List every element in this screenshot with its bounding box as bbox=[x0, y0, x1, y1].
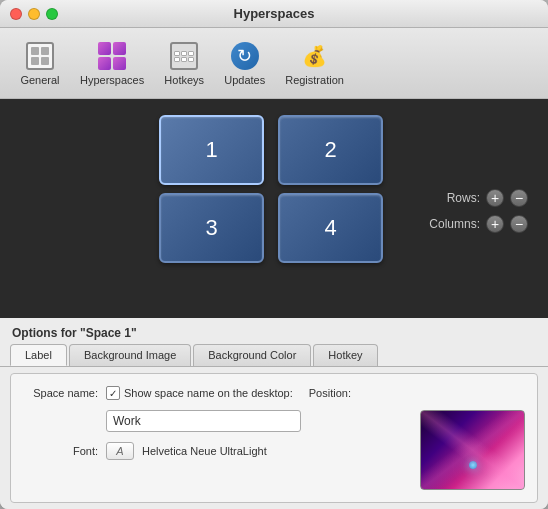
toolbar-item-general[interactable]: General bbox=[12, 36, 68, 90]
title-bar: Hyperspaces bbox=[0, 0, 548, 28]
show-name-checkbox-area: Show space name on the desktop: bbox=[106, 386, 293, 400]
toolbar-item-updates[interactable]: Updates bbox=[216, 36, 273, 90]
space-cell-2[interactable]: 2 bbox=[278, 115, 383, 185]
hotkeys-icon bbox=[168, 40, 200, 72]
hyperspaces-icon bbox=[96, 40, 128, 72]
columns-control: Columns: + − bbox=[420, 215, 528, 233]
hotkeys-label: Hotkeys bbox=[164, 74, 204, 86]
rows-decrement-button[interactable]: − bbox=[510, 189, 528, 207]
space-name-row: Space name: Show space name on the deskt… bbox=[23, 386, 525, 400]
rows-control: Rows: + − bbox=[420, 189, 528, 207]
hyperspaces-label: Hyperspaces bbox=[80, 74, 144, 86]
input-preview-row: Font: A Helvetica Neue UltraLight bbox=[23, 410, 525, 490]
toolbar-item-hotkeys[interactable]: Hotkeys bbox=[156, 36, 212, 90]
updates-icon bbox=[229, 40, 261, 72]
tabs-container: Label Background Image Background Color … bbox=[0, 344, 548, 367]
options-content: Space name: Show space name on the deskt… bbox=[10, 373, 538, 503]
name-input-row bbox=[23, 410, 408, 432]
toolbar-item-hyperspaces[interactable]: Hyperspaces bbox=[72, 36, 152, 90]
space-cell-3[interactable]: 3 bbox=[159, 193, 264, 263]
toolbar-item-registration[interactable]: Registration bbox=[277, 36, 352, 90]
columns-label: Columns: bbox=[420, 217, 480, 231]
registration-icon bbox=[299, 40, 331, 72]
rows-increment-button[interactable]: + bbox=[486, 189, 504, 207]
close-button[interactable] bbox=[10, 8, 22, 20]
general-label: General bbox=[20, 74, 59, 86]
main-content: 1 2 3 4 Rows: + − Columns: + − bbox=[0, 99, 548, 318]
toolbar: General Hyperspaces Hotkeys U bbox=[0, 28, 548, 99]
space-name-label: Space name: bbox=[23, 387, 98, 399]
position-label: Position: bbox=[309, 387, 351, 399]
font-row: Font: A Helvetica Neue UltraLight bbox=[23, 442, 408, 460]
grid-controls: Rows: + − Columns: + − bbox=[420, 189, 528, 233]
font-name: Helvetica Neue UltraLight bbox=[142, 445, 267, 457]
options-panel: Options for "Space 1" Label Background I… bbox=[0, 318, 548, 509]
maximize-button[interactable] bbox=[46, 8, 58, 20]
space-grid: 1 2 3 4 bbox=[159, 115, 389, 263]
tab-label[interactable]: Label bbox=[10, 344, 67, 366]
traffic-lights bbox=[10, 8, 58, 20]
rows-label: Rows: bbox=[420, 191, 480, 205]
columns-increment-button[interactable]: + bbox=[486, 215, 504, 233]
updates-label: Updates bbox=[224, 74, 265, 86]
show-name-label: Show space name on the desktop: bbox=[124, 387, 293, 399]
columns-decrement-button[interactable]: − bbox=[510, 215, 528, 233]
app-window: Hyperspaces General Hyperspaces bbox=[0, 0, 548, 509]
font-label: Font: bbox=[23, 445, 98, 457]
space-cell-1[interactable]: 1 bbox=[159, 115, 264, 185]
space-cell-4[interactable]: 4 bbox=[278, 193, 383, 263]
window-title: Hyperspaces bbox=[234, 6, 315, 21]
space-name-input[interactable] bbox=[106, 410, 301, 432]
minimize-button[interactable] bbox=[28, 8, 40, 20]
general-icon bbox=[24, 40, 56, 72]
font-icon[interactable]: A bbox=[106, 442, 134, 460]
tab-background-image[interactable]: Background Image bbox=[69, 344, 191, 366]
show-name-checkbox[interactable] bbox=[106, 386, 120, 400]
registration-label: Registration bbox=[285, 74, 344, 86]
options-header: Options for "Space 1" bbox=[0, 318, 548, 344]
tab-hotkey[interactable]: Hotkey bbox=[313, 344, 377, 366]
tab-background-color[interactable]: Background Color bbox=[193, 344, 311, 366]
preview-image bbox=[420, 410, 525, 490]
content-left: Font: A Helvetica Neue UltraLight bbox=[23, 410, 408, 470]
